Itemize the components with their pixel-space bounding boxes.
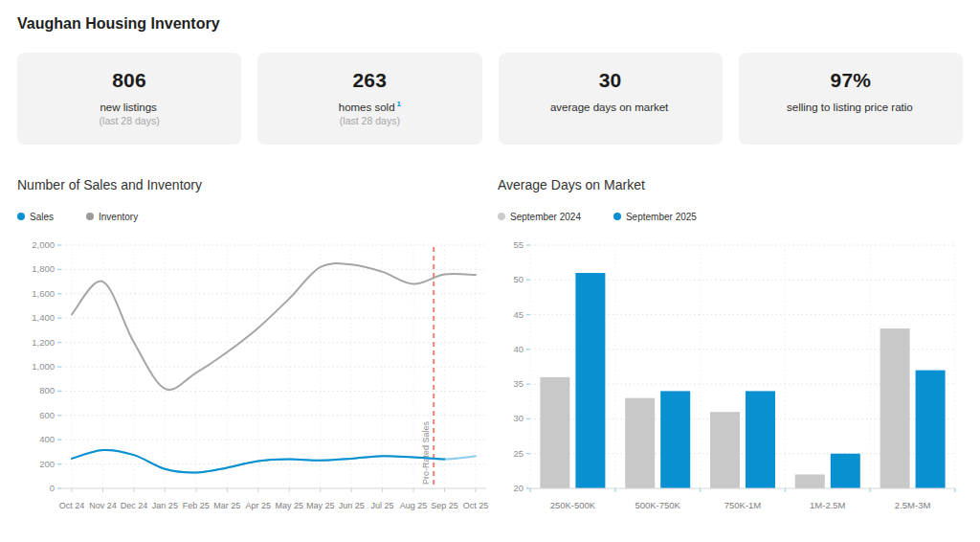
- svg-text:2.5M-3M: 2.5M-3M: [895, 500, 931, 510]
- legend-item[interactable]: September 2024: [498, 212, 581, 222]
- svg-text:30: 30: [513, 413, 523, 423]
- bar-sept-2025: [831, 454, 860, 488]
- svg-text:2,000: 2,000: [32, 239, 55, 250]
- svg-text:25: 25: [513, 448, 523, 459]
- days-on-market-bar-chart: 2025303540455055250K-500K500K-750K750K-1…: [498, 234, 963, 517]
- sales-inventory-section: Number of Sales and Inventory SalesInven…: [17, 177, 496, 517]
- svg-text:Aug 25: Aug 25: [400, 501, 428, 510]
- stat-sublabel: (last 28 days): [257, 115, 481, 126]
- stat-label-text: homes sold: [339, 102, 395, 113]
- dashboard: Vaughan Housing Inventory 806 new listin…: [0, 0, 980, 542]
- svg-text:1,200: 1,200: [32, 337, 55, 348]
- svg-text:Nov 24: Nov 24: [89, 501, 117, 510]
- svg-text:50: 50: [513, 274, 523, 284]
- bar-sept-2024: [710, 412, 740, 488]
- stat-value: 806: [17, 69, 241, 92]
- svg-text:Sep 25: Sep 25: [431, 501, 458, 510]
- legend-item[interactable]: Sales: [17, 212, 54, 222]
- charts-row: Number of Sales and Inventory SalesInven…: [17, 177, 963, 517]
- legend-item[interactable]: Inventory: [86, 212, 138, 222]
- bar-sept-2025: [916, 371, 946, 488]
- svg-text:400: 400: [39, 434, 55, 444]
- legend-label: Inventory: [99, 212, 138, 222]
- stat-sublabel: (last 28 days): [17, 115, 241, 126]
- bar-sept-2025: [746, 391, 775, 488]
- chart-title-days-on-market: Average Days on Market: [498, 177, 963, 192]
- svg-text:May 25: May 25: [306, 501, 335, 510]
- stat-label-text: new listings: [100, 102, 156, 113]
- legend-item[interactable]: September 2025: [613, 212, 697, 222]
- days-on-market-section: Average Days on Market September 2024Sep…: [498, 177, 963, 517]
- sales-inventory-legend: SalesInventory: [17, 211, 496, 222]
- stat-label-text: average days on market: [550, 102, 668, 113]
- svg-text:Oct 24: Oct 24: [59, 501, 85, 510]
- svg-text:500K-750K: 500K-750K: [635, 500, 680, 510]
- svg-text:Jan 25: Jan 25: [152, 501, 178, 510]
- svg-text:1,000: 1,000: [32, 361, 55, 372]
- svg-text:1,800: 1,800: [32, 263, 55, 274]
- svg-text:250K-500K: 250K-500K: [550, 500, 596, 510]
- svg-text:Jul 25: Jul 25: [371, 501, 394, 510]
- svg-text:Jun 25: Jun 25: [339, 501, 365, 510]
- stat-footnote[interactable]: 1: [397, 100, 401, 108]
- svg-text:1M-2.5M: 1M-2.5M: [810, 500, 846, 510]
- legend-dot: [17, 213, 25, 220]
- stat-value: 263: [257, 69, 481, 92]
- prorated-annotation-label: Pro-Rated Sales: [421, 420, 431, 485]
- svg-text:Feb 25: Feb 25: [183, 501, 210, 510]
- legend-label: September 2024: [510, 212, 581, 222]
- bar-sept-2024: [540, 377, 569, 488]
- legend-dot: [498, 213, 505, 220]
- svg-text:55: 55: [513, 239, 523, 250]
- stat-value: 30: [499, 69, 723, 92]
- bar-sept-2025: [660, 391, 690, 488]
- bar-sept-2025: [575, 273, 605, 488]
- stat-label: selling to listing price ratio: [739, 100, 963, 113]
- sales-line-prorated: [72, 450, 476, 473]
- svg-text:750K-1M: 750K-1M: [724, 500, 762, 510]
- legend-label: September 2025: [626, 212, 697, 222]
- svg-text:1,400: 1,400: [32, 312, 55, 323]
- bar-sept-2024: [795, 474, 825, 488]
- stat-card-price-ratio: 97% selling to listing price ratio: [739, 53, 963, 145]
- svg-text:800: 800: [39, 385, 55, 395]
- svg-text:40: 40: [513, 344, 523, 354]
- svg-text:0: 0: [50, 483, 55, 493]
- days-on-market-legend: September 2024September 2025: [498, 211, 963, 222]
- page-title: Vaughan Housing Inventory: [17, 15, 963, 33]
- stat-card-new-listings: 806 new listings (last 28 days): [17, 53, 241, 145]
- svg-text:Apr 25: Apr 25: [246, 501, 272, 510]
- stat-card-days-on-market: 30 average days on market: [499, 53, 723, 145]
- svg-text:Oct 25: Oct 25: [463, 501, 489, 510]
- stat-label: average days on market: [499, 100, 723, 113]
- bar-sept-2024: [880, 328, 910, 488]
- sales-inventory-line-chart: 02004006008001,0001,2001,4001,6001,8002,…: [17, 234, 496, 517]
- bar-sept-2024: [625, 398, 655, 488]
- legend-label: Sales: [30, 212, 54, 222]
- svg-text:45: 45: [513, 309, 523, 320]
- inventory-line: [72, 263, 476, 390]
- legend-dot: [613, 213, 621, 220]
- svg-text:Dec 24: Dec 24: [121, 501, 148, 510]
- stat-cards: 806 new listings (last 28 days) 263 home…: [17, 53, 963, 145]
- stat-label: homes sold1: [257, 100, 481, 113]
- stat-label: new listings: [17, 100, 241, 113]
- stat-card-homes-sold: 263 homes sold1 (last 28 days): [257, 53, 481, 145]
- svg-text:20: 20: [513, 483, 523, 493]
- svg-text:May 25: May 25: [275, 501, 303, 510]
- stat-value: 97%: [739, 69, 963, 92]
- svg-text:1,600: 1,600: [32, 288, 55, 299]
- legend-dot: [86, 213, 94, 220]
- svg-text:200: 200: [39, 459, 55, 469]
- chart-title-sales-inventory: Number of Sales and Inventory: [17, 177, 496, 192]
- svg-text:35: 35: [513, 378, 523, 389]
- svg-text:600: 600: [39, 410, 55, 420]
- stat-label-text: selling to listing price ratio: [787, 102, 913, 113]
- svg-text:Mar 25: Mar 25: [213, 501, 240, 510]
